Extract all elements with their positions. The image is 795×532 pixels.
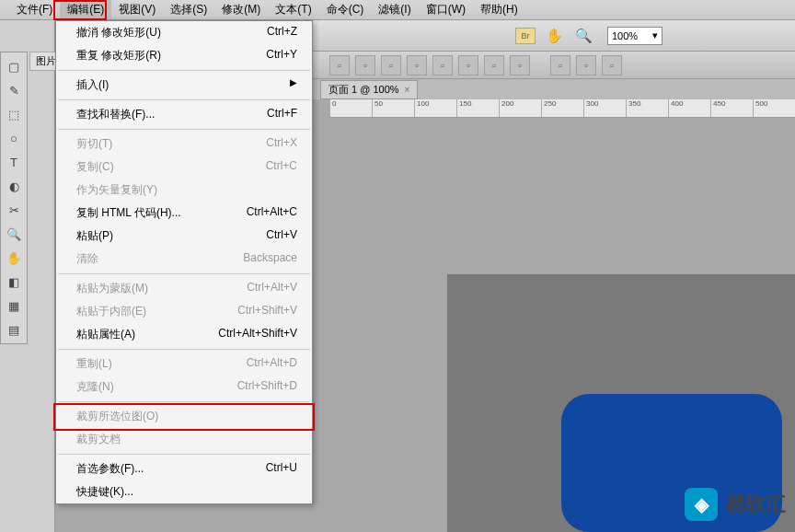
menu-5[interactable]: 文本(T) [268,0,318,19]
menu-2[interactable]: 视图(V) [111,0,163,19]
align-icon-8[interactable]: ▫ [510,55,530,75]
tool-5[interactable]: ◐ [4,176,24,196]
menu-item-21: 裁剪所选位图(O) [56,405,312,428]
menu-item-7: 剪切(T)Ctrl+X [56,133,312,156]
ruler-tick: 200 [499,99,541,117]
menu-shortcut: Ctrl+Shift+D [237,379,297,395]
separator [58,70,310,71]
hand-icon[interactable]: ✋ [543,25,565,47]
menu-shortcut: Ctrl+U [266,461,297,477]
tool-6[interactable]: ✂ [4,200,24,220]
menu-shortcut: Ctrl+F [267,107,297,122]
zoom-input[interactable]: 100%▾ [607,27,662,45]
menu-item-8: 复制(C)Ctrl+C [56,156,312,179]
menu-item-14: 粘贴为蒙版(M)Ctrl+Alt+V [56,277,312,300]
close-icon[interactable]: × [405,85,410,95]
ruler-tick: 50 [372,99,414,117]
ruler-tick: 350 [626,99,668,117]
menu-item-label: 首选参数(F)... [76,461,144,477]
menu-item-label: 撤消 修改矩形(U) [76,25,161,40]
menu-item-label: 查找和替换(F)... [76,107,155,122]
menu-item-label: 粘贴属性(A) [76,327,135,342]
tool-3[interactable]: ○ [4,128,24,148]
menu-item-label: 重制(L) [76,356,112,372]
menu-item-5[interactable]: 查找和替换(F)...Ctrl+F [56,103,312,126]
align-icon-1[interactable]: ▫ [329,55,350,75]
tool-11[interactable]: ▤ [4,319,24,340]
menu-item-24[interactable]: 首选参数(F)...Ctrl+U [56,457,312,480]
menu-item-label: 清除 [76,251,98,267]
menu-shortcut: Ctrl+Alt+Shift+V [218,327,297,342]
menu-3[interactable]: 选择(S) [163,0,214,19]
menubar: 文件(F)编辑(E)视图(V)选择(S)修改(M)文本(T)命令(C)滤镜(I)… [0,0,795,20]
menu-item-label: 复制(C) [76,159,114,175]
menu-shortcut: Ctrl+Z [267,25,297,40]
zoom-value: 100% [612,30,638,41]
tab-page1[interactable]: 页面 1 @ 100% × [320,80,418,99]
ruler-tick: 100 [414,99,456,117]
ruler-tick: 0 [329,99,372,117]
horizontal-ruler: 050100150200250300350400450500 [329,99,795,118]
menu-item-label: 作为矢量复制(Y) [76,182,157,198]
align-icon-2[interactable]: ▫ [355,55,375,75]
menu-item-10[interactable]: 复制 HTML 代码(H)...Ctrl+Alt+C [56,202,312,225]
menu-shortcut: Ctrl+V [266,228,297,244]
doc-icon-1[interactable]: ▫ [550,55,570,75]
menu-shortcut: Ctrl+X [266,136,297,152]
tool-1[interactable]: ✎ [4,80,24,100]
menu-item-1[interactable]: 重复 修改矩形(R)Ctrl+Y [56,44,312,67]
bridge-button[interactable]: Br [515,28,536,44]
separator [58,273,310,274]
menu-item-label: 裁剪文档 [76,432,121,447]
menu-item-12: 清除Backspace [56,248,312,271]
tool-7[interactable]: 🔍 [4,224,24,244]
tool-2[interactable]: ⬚ [4,104,24,124]
menu-item-15: 粘贴于内部(E)Ctrl+Shift+V [56,300,312,323]
tool-4[interactable]: T [4,152,24,172]
menu-shortcut: Ctrl+Alt+D [247,356,297,372]
menu-item-label: 插入(I) [76,77,109,93]
menu-item-11[interactable]: 粘贴(P)Ctrl+V [56,225,312,248]
menu-item-label: 裁剪所选位图(O) [76,409,158,424]
menu-item-3[interactable]: 插入(I)▶ [56,74,312,97]
menu-item-label: 复制 HTML 代码(H)... [76,205,181,221]
menu-0[interactable]: 文件(F) [9,0,60,19]
separator [58,129,310,130]
menu-item-label: 粘贴(P) [76,228,113,244]
ruler-tick: 250 [541,99,583,117]
align-icon-6[interactable]: ▫ [458,55,478,75]
menu-1[interactable]: 编辑(E) [60,0,111,19]
tool-0[interactable]: ▢ [4,56,24,76]
menu-item-16[interactable]: 粘贴属性(A)Ctrl+Alt+Shift+V [56,323,312,346]
separator [58,401,310,402]
menu-shortcut: Ctrl+Alt+C [247,205,297,221]
menu-item-0[interactable]: 撤消 修改矩形(U)Ctrl+Z [56,21,312,44]
menu-4[interactable]: 修改(M) [214,0,268,19]
doc-icon-3[interactable]: ▫ [602,55,622,75]
ruler-tick: 400 [668,99,710,117]
ruler-tick: 150 [456,99,499,117]
zoom-icon[interactable]: 🔍 [572,25,594,47]
tool-9[interactable]: ◧ [4,272,24,292]
doc-icon-2[interactable]: ▫ [576,55,596,75]
menu-7[interactable]: 滤镜(I) [371,0,418,19]
separator [58,99,310,100]
align-icon-3[interactable]: ▫ [381,55,401,75]
tool-10[interactable]: ▦ [4,295,24,316]
menu-8[interactable]: 窗口(W) [419,0,473,19]
align-icon-4[interactable]: ▫ [407,55,427,75]
menu-item-9: 作为矢量复制(Y) [56,179,312,202]
chevron-down-icon[interactable]: ▾ [652,29,658,41]
menu-shortcut: Ctrl+Alt+V [247,281,297,296]
menu-item-label: 剪切(T) [76,136,112,152]
watermark-logo-icon: ◈ [685,488,718,521]
menu-item-25[interactable]: 快捷键(K)... [56,480,312,503]
menu-9[interactable]: 帮助(H) [473,0,525,19]
align-icon-7[interactable]: ▫ [484,55,504,75]
menu-6[interactable]: 命令(C) [319,0,372,19]
align-icon-5[interactable]: ▫ [432,55,453,75]
watermark-text: 易软汇 [725,491,786,518]
tool-8[interactable]: ✋ [4,248,24,268]
ruler-tick: 500 [753,99,795,117]
menu-shortcut: Ctrl+Shift+V [237,304,297,319]
